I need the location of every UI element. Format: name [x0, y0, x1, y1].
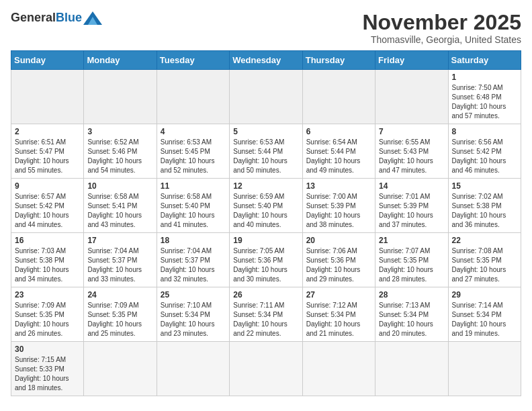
day-number: 6	[306, 127, 371, 136]
logo: General Blue	[11, 11, 102, 25]
calendar-day-cell: 13Sunrise: 7:00 AM Sunset: 5:39 PM Dayli…	[302, 179, 375, 233]
day-number: 27	[306, 290, 371, 300]
month-title: November 2025	[362, 11, 521, 34]
calendar-day-cell	[11, 70, 84, 124]
calendar-week-row: 30Sunrise: 7:15 AM Sunset: 5:33 PM Dayli…	[11, 342, 521, 396]
day-info: Sunrise: 7:15 AM Sunset: 5:33 PM Dayligh…	[15, 355, 80, 393]
day-info: Sunrise: 6:53 AM Sunset: 5:45 PM Dayligh…	[161, 138, 226, 175]
calendar-day-cell: 7Sunrise: 6:55 AM Sunset: 5:43 PM Daylig…	[375, 124, 448, 179]
day-number: 16	[15, 236, 80, 245]
calendar-day-cell: 10Sunrise: 6:58 AM Sunset: 5:41 PM Dayli…	[84, 179, 157, 233]
calendar-day-cell: 22Sunrise: 7:08 AM Sunset: 5:35 PM Dayli…	[448, 233, 521, 287]
day-number: 2	[15, 127, 80, 136]
calendar-day-cell	[448, 342, 521, 396]
calendar-day-cell: 6Sunrise: 6:54 AM Sunset: 5:44 PM Daylig…	[302, 124, 375, 179]
day-info: Sunrise: 7:14 AM Sunset: 5:34 PM Dayligh…	[452, 301, 517, 338]
day-number: 15	[452, 181, 517, 191]
day-info: Sunrise: 7:10 AM Sunset: 5:34 PM Dayligh…	[161, 301, 226, 338]
day-number: 19	[233, 236, 298, 245]
day-info: Sunrise: 7:13 AM Sunset: 5:34 PM Dayligh…	[379, 301, 444, 338]
day-number: 14	[379, 181, 444, 191]
calendar-header-friday: Friday	[375, 51, 448, 70]
day-info: Sunrise: 6:52 AM Sunset: 5:46 PM Dayligh…	[87, 138, 152, 175]
calendar-day-cell: 4Sunrise: 6:53 AM Sunset: 5:45 PM Daylig…	[157, 124, 229, 179]
day-info: Sunrise: 7:07 AM Sunset: 5:35 PM Dayligh…	[379, 246, 444, 284]
calendar-day-cell: 29Sunrise: 7:14 AM Sunset: 5:34 PM Dayli…	[448, 287, 521, 342]
calendar-day-cell: 11Sunrise: 6:58 AM Sunset: 5:40 PM Dayli…	[157, 179, 229, 233]
day-number: 12	[233, 181, 298, 191]
day-number: 13	[306, 181, 371, 191]
day-info: Sunrise: 7:01 AM Sunset: 5:39 PM Dayligh…	[379, 192, 444, 230]
calendar-day-cell: 16Sunrise: 7:03 AM Sunset: 5:38 PM Dayli…	[11, 233, 84, 287]
calendar-day-cell: 2Sunrise: 6:51 AM Sunset: 5:47 PM Daylig…	[11, 124, 84, 179]
day-number: 8	[452, 127, 517, 136]
day-number: 21	[379, 236, 444, 245]
calendar-week-row: 16Sunrise: 7:03 AM Sunset: 5:38 PM Dayli…	[11, 233, 521, 287]
calendar-week-row: 1Sunrise: 7:50 AM Sunset: 6:48 PM Daylig…	[11, 70, 521, 124]
day-number: 24	[87, 290, 152, 300]
calendar-week-row: 23Sunrise: 7:09 AM Sunset: 5:35 PM Dayli…	[11, 287, 521, 342]
calendar-day-cell: 19Sunrise: 7:05 AM Sunset: 5:36 PM Dayli…	[230, 233, 302, 287]
location: Thomasville, Georgia, United States	[362, 34, 521, 45]
calendar-day-cell: 14Sunrise: 7:01 AM Sunset: 5:39 PM Dayli…	[375, 179, 448, 233]
calendar-day-cell: 9Sunrise: 6:57 AM Sunset: 5:42 PM Daylig…	[11, 179, 84, 233]
day-number: 30	[15, 345, 80, 354]
day-info: Sunrise: 6:51 AM Sunset: 5:47 PM Dayligh…	[15, 138, 80, 175]
title-block: November 2025 Thomasville, Georgia, Unit…	[362, 11, 521, 45]
day-info: Sunrise: 7:04 AM Sunset: 5:37 PM Dayligh…	[161, 246, 226, 284]
day-info: Sunrise: 7:09 AM Sunset: 5:35 PM Dayligh…	[87, 301, 152, 338]
calendar-day-cell	[302, 342, 375, 396]
calendar-day-cell: 12Sunrise: 6:59 AM Sunset: 5:40 PM Dayli…	[230, 179, 302, 233]
logo-blue-text: Blue	[56, 11, 82, 25]
calendar-day-cell	[84, 70, 157, 124]
day-info: Sunrise: 6:57 AM Sunset: 5:42 PM Dayligh…	[15, 192, 80, 230]
day-info: Sunrise: 6:59 AM Sunset: 5:40 PM Dayligh…	[233, 192, 298, 230]
calendar-day-cell	[375, 70, 448, 124]
day-info: Sunrise: 7:08 AM Sunset: 5:35 PM Dayligh…	[452, 246, 517, 284]
calendar-header-monday: Monday	[84, 51, 157, 70]
calendar-day-cell	[157, 70, 229, 124]
calendar-day-cell: 26Sunrise: 7:11 AM Sunset: 5:34 PM Dayli…	[230, 287, 302, 342]
day-info: Sunrise: 7:03 AM Sunset: 5:38 PM Dayligh…	[15, 246, 80, 284]
calendar-day-cell: 1Sunrise: 7:50 AM Sunset: 6:48 PM Daylig…	[448, 70, 521, 124]
calendar-day-cell: 8Sunrise: 6:56 AM Sunset: 5:42 PM Daylig…	[448, 124, 521, 179]
day-number: 18	[161, 236, 226, 245]
day-info: Sunrise: 6:58 AM Sunset: 5:40 PM Dayligh…	[161, 192, 226, 230]
calendar-day-cell: 17Sunrise: 7:04 AM Sunset: 5:37 PM Dayli…	[84, 233, 157, 287]
calendar-day-cell: 30Sunrise: 7:15 AM Sunset: 5:33 PM Dayli…	[11, 342, 84, 396]
day-number: 10	[87, 181, 152, 191]
day-number: 9	[15, 181, 80, 191]
calendar-day-cell: 3Sunrise: 6:52 AM Sunset: 5:46 PM Daylig…	[84, 124, 157, 179]
day-number: 7	[379, 127, 444, 136]
day-info: Sunrise: 7:12 AM Sunset: 5:34 PM Dayligh…	[306, 301, 371, 338]
calendar-day-cell: 23Sunrise: 7:09 AM Sunset: 5:35 PM Dayli…	[11, 287, 84, 342]
calendar-header-tuesday: Tuesday	[157, 51, 229, 70]
calendar-header-thursday: Thursday	[302, 51, 375, 70]
day-number: 26	[233, 290, 298, 300]
calendar-day-cell	[230, 342, 302, 396]
calendar-header-sunday: Sunday	[11, 51, 84, 70]
calendar-day-cell: 5Sunrise: 6:53 AM Sunset: 5:44 PM Daylig…	[230, 124, 302, 179]
calendar-day-cell	[302, 70, 375, 124]
calendar-day-cell: 15Sunrise: 7:02 AM Sunset: 5:38 PM Dayli…	[448, 179, 521, 233]
logo-general-text: General	[11, 11, 56, 25]
calendar-day-cell: 18Sunrise: 7:04 AM Sunset: 5:37 PM Dayli…	[157, 233, 229, 287]
calendar-day-cell	[375, 342, 448, 396]
calendar-day-cell	[230, 70, 302, 124]
day-number: 1	[452, 73, 517, 82]
calendar-week-row: 2Sunrise: 6:51 AM Sunset: 5:47 PM Daylig…	[11, 124, 521, 179]
calendar-day-cell: 25Sunrise: 7:10 AM Sunset: 5:34 PM Dayli…	[157, 287, 229, 342]
day-info: Sunrise: 6:55 AM Sunset: 5:43 PM Dayligh…	[379, 138, 444, 175]
day-info: Sunrise: 7:00 AM Sunset: 5:39 PM Dayligh…	[306, 192, 371, 230]
day-info: Sunrise: 6:56 AM Sunset: 5:42 PM Dayligh…	[452, 138, 517, 175]
calendar-day-cell: 21Sunrise: 7:07 AM Sunset: 5:35 PM Dayli…	[375, 233, 448, 287]
day-number: 28	[379, 290, 444, 300]
day-info: Sunrise: 7:05 AM Sunset: 5:36 PM Dayligh…	[233, 246, 298, 284]
day-info: Sunrise: 7:04 AM Sunset: 5:37 PM Dayligh…	[87, 246, 152, 284]
day-number: 23	[15, 290, 80, 300]
logo-icon	[83, 11, 102, 25]
day-info: Sunrise: 6:54 AM Sunset: 5:44 PM Dayligh…	[306, 138, 371, 175]
calendar-header-saturday: Saturday	[448, 51, 521, 70]
day-number: 3	[87, 127, 152, 136]
day-number: 20	[306, 236, 371, 245]
